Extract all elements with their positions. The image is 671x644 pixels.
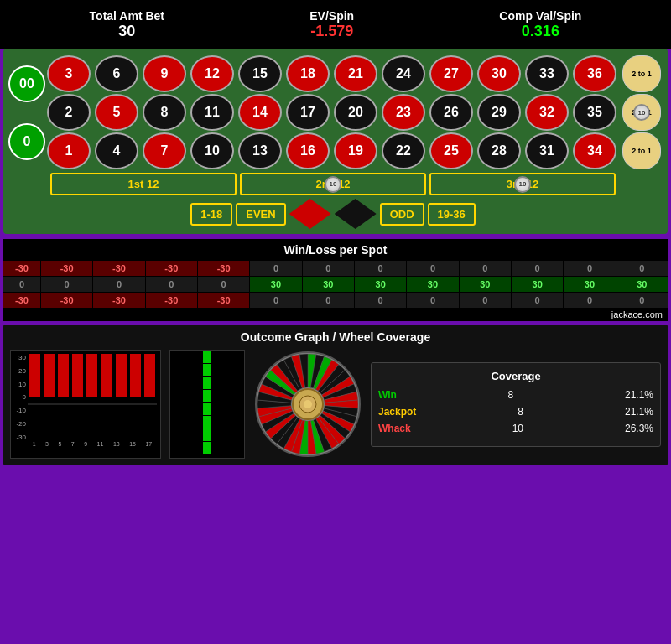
wl-cell-0-11: 0	[616, 261, 668, 276]
num-cell-5[interactable]: 5	[95, 94, 138, 131]
num-cell-14[interactable]: 14	[238, 94, 282, 131]
outcome-title: Outcome Graph / Wheel Coverage	[7, 328, 664, 346]
green-bar-5	[203, 416, 211, 428]
ev-spin-label: EV/Spin	[309, 9, 354, 23]
wl-cell-1-5: 30	[303, 277, 354, 292]
num-cell-35[interactable]: 35	[573, 94, 616, 131]
bet-19-36[interactable]: 19-36	[428, 203, 476, 226]
wl-cell-1-6: 30	[355, 277, 406, 292]
total-amt-bet-col: Total Amt Bet 30	[90, 9, 164, 40]
num-cell-25[interactable]: 25	[429, 132, 473, 169]
num-cell-16[interactable]: 16	[286, 132, 330, 169]
x-axis-labels: 1357911131517	[28, 441, 157, 458]
num-cell-12[interactable]: 12	[190, 55, 234, 92]
green-bar-6	[203, 428, 211, 441]
bar-chart-inner	[28, 354, 157, 441]
x-label-7: 7	[71, 441, 75, 458]
double-zero[interactable]: 00	[8, 65, 45, 102]
bet-even[interactable]: EVEN	[236, 203, 285, 226]
num-cell-24[interactable]: 24	[382, 55, 425, 92]
x-label-13: 13	[113, 441, 120, 458]
num-cell-1[interactable]: 1	[47, 132, 91, 169]
wl-cell-2-6: 0	[355, 293, 406, 308]
bar-fill-9	[86, 354, 97, 397]
roulette-table: 00 0 36912151821242730333625811141720232…	[3, 49, 668, 234]
num-cell-6[interactable]: 6	[95, 55, 138, 92]
wl-cell-0-7: 0	[407, 261, 458, 276]
bet-1-18[interactable]: 1-18	[190, 203, 232, 226]
num-cell-7[interactable]: 7	[143, 132, 186, 169]
num-cell-18[interactable]: 18	[286, 55, 330, 92]
num-cell-15[interactable]: 15	[238, 55, 282, 92]
coverage-whack-row: Whack 10 26.3%	[378, 423, 653, 434]
wl-cell-2-4: 0	[250, 293, 301, 308]
wl-cell-2-0: -30	[41, 293, 92, 308]
wl-side-2: -30	[3, 293, 40, 308]
two-to-one-mid[interactable]: 10 2 to 1	[622, 94, 661, 131]
num-cell-34[interactable]: 34	[573, 132, 616, 169]
third-dozen[interactable]: 10 3rd 12	[429, 173, 616, 195]
num-cell-33[interactable]: 33	[525, 55, 569, 92]
num-cell-2[interactable]: 2	[47, 94, 91, 131]
bar-17	[143, 354, 157, 441]
num-cell-8[interactable]: 8	[143, 94, 186, 131]
green-bar-1	[203, 364, 211, 377]
num-cell-32[interactable]: 32	[525, 94, 569, 131]
y-axis-labels: 30 20 10 0 -10 -20 -30	[11, 354, 28, 441]
num-cell-13[interactable]: 13	[238, 132, 282, 169]
bet-odd[interactable]: ODD	[380, 203, 424, 226]
coverage-win-row: Win 8 21.1%	[378, 389, 653, 401]
num-cell-9[interactable]: 9	[143, 55, 186, 92]
wl-cell-0-4: 0	[250, 261, 301, 276]
wl-cell-1-8: 30	[460, 277, 511, 292]
num-cell-31[interactable]: 31	[525, 132, 569, 169]
bar-13	[114, 354, 127, 441]
num-cell-28[interactable]: 28	[477, 132, 521, 169]
y-label-n30: -30	[11, 434, 28, 441]
num-cell-21[interactable]: 21	[334, 55, 377, 92]
first-dozen[interactable]: 1st 12	[50, 173, 237, 195]
outcome-content: 30 20 10 0 -10 -20 -30 1357911131517	[7, 346, 664, 462]
win-pct: 21.1%	[625, 389, 653, 401]
bar-fill-15	[130, 354, 141, 397]
green-bar-2	[203, 377, 211, 389]
num-cell-30[interactable]: 30	[477, 55, 521, 92]
num-cell-10[interactable]: 10	[190, 132, 234, 169]
wl-cell-0-3: -30	[198, 261, 249, 276]
red-diamond[interactable]	[289, 199, 331, 229]
bar-3	[42, 354, 55, 441]
two-to-one-top[interactable]: 2 to 1	[622, 55, 661, 92]
num-cell-17[interactable]: 17	[286, 94, 330, 131]
bar-fill-11	[101, 354, 112, 397]
wl-cell-2-3: -30	[198, 293, 249, 308]
num-cell-19[interactable]: 19	[334, 132, 377, 169]
wl-cell-0-2: -30	[146, 261, 197, 276]
num-cell-26[interactable]: 26	[429, 94, 473, 131]
wl-cell-0-0: -30	[41, 261, 92, 276]
num-cell-3[interactable]: 3	[47, 55, 91, 92]
num-cell-11[interactable]: 11	[190, 94, 234, 131]
second-dozen[interactable]: 10 2nd 12	[240, 173, 426, 195]
two-to-one-bot[interactable]: 2 to 1	[622, 132, 661, 169]
black-diamond[interactable]	[335, 199, 377, 229]
svg-point-3	[304, 400, 312, 408]
single-zero[interactable]: 0	[8, 123, 45, 160]
bar-fill-1	[29, 354, 40, 397]
num-cell-23[interactable]: 23	[382, 94, 425, 131]
bar-fill-3	[44, 354, 55, 397]
num-cell-29[interactable]: 29	[477, 94, 521, 131]
win-count: 8	[508, 389, 514, 401]
wl-cell-2-5: 0	[303, 293, 354, 308]
wl-cell-2-8: 0	[460, 293, 511, 308]
wl-cell-0-10: 0	[564, 261, 615, 276]
num-cell-36[interactable]: 36	[573, 55, 616, 92]
ev-spin-value: -1.579	[309, 23, 354, 40]
num-cell-20[interactable]: 20	[334, 94, 377, 131]
num-cell-22[interactable]: 22	[382, 132, 425, 169]
jackace-credit: jackace.com	[3, 308, 668, 321]
wl-cell-2-11: 0	[616, 293, 668, 308]
wl-cell-2-2: -30	[146, 293, 197, 308]
num-cell-27[interactable]: 27	[429, 55, 473, 92]
bar-fill-7	[72, 354, 83, 397]
num-cell-4[interactable]: 4	[95, 132, 138, 169]
